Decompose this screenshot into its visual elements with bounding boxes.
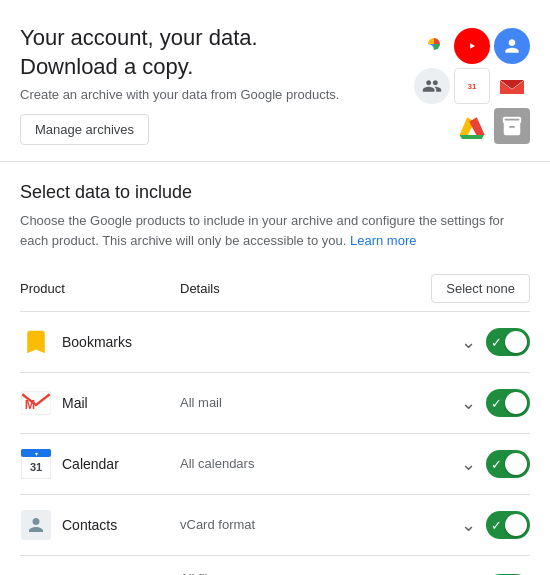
toggle-check-bookmarks: ✓: [491, 335, 502, 350]
svg-text:31: 31: [30, 461, 42, 473]
svg-text:M: M: [25, 398, 35, 412]
header-text: Your account, your data. Download a copy…: [20, 24, 339, 145]
toggle-knob-contacts: [505, 514, 527, 536]
product-row-calendar: 31 ▾ Calendar All calendars ⌄ ✓: [20, 434, 530, 495]
product-name-bookmarks: Bookmarks: [62, 334, 132, 350]
icons-cluster: 31: [410, 24, 530, 144]
section-title: Select data to include: [20, 182, 530, 203]
col-header-product: Product: [20, 281, 180, 296]
row-actions-bookmarks: ⌄ ✓: [459, 328, 530, 356]
col-header-details: Details: [180, 281, 431, 296]
main-section: Select data to include Choose the Google…: [0, 162, 550, 575]
chevron-bookmarks[interactable]: ⌄: [459, 329, 478, 355]
toggle-check-mail: ✓: [491, 396, 502, 411]
product-name-calendar: Calendar: [62, 456, 119, 472]
product-details-drive: All filesPDF and 3 other formats: [180, 570, 459, 575]
google-photos-icon: [418, 28, 450, 60]
product-row-bookmarks: Bookmarks ⌄ ✓: [20, 312, 530, 373]
toggle-bookmarks[interactable]: ✓: [486, 328, 530, 356]
product-cell-calendar: 31 ▾ Calendar: [20, 448, 180, 480]
toggle-knob-mail: [505, 392, 527, 414]
product-name-mail: Mail: [62, 395, 88, 411]
learn-more-link[interactable]: Learn more: [350, 233, 416, 248]
product-row-mail: M Mail All mail ⌄ ✓: [20, 373, 530, 434]
product-details-calendar: All calendars: [180, 455, 459, 473]
product-name-contacts: Contacts: [62, 517, 117, 533]
row-actions-calendar: ⌄ ✓: [459, 450, 530, 478]
archive-cluster-icon: [494, 108, 530, 144]
product-details-contacts: vCard format: [180, 516, 459, 534]
toggle-knob-bookmarks: [505, 331, 527, 353]
contacts-cluster-icon: [414, 68, 450, 104]
svg-text:▾: ▾: [35, 451, 38, 457]
toggle-check-contacts: ✓: [491, 518, 502, 533]
page-title: Your account, your data. Download a copy…: [20, 24, 339, 81]
row-actions-contacts: ⌄ ✓: [459, 511, 530, 539]
toggle-mail[interactable]: ✓: [486, 389, 530, 417]
gmail-cluster-icon: [494, 68, 530, 104]
gmail-icon: M: [20, 387, 52, 419]
header-section: Your account, your data. Download a copy…: [0, 0, 550, 162]
chevron-mail[interactable]: ⌄: [459, 390, 478, 416]
select-none-button[interactable]: Select none: [431, 274, 530, 303]
header-description: Create an archive with your data from Go…: [20, 87, 339, 102]
contacts-icon: [20, 509, 52, 541]
product-cell-contacts: Contacts: [20, 509, 180, 541]
toggle-check-calendar: ✓: [491, 457, 502, 472]
product-details-mail: All mail: [180, 394, 459, 412]
calendar-icon: 31 ▾: [20, 448, 52, 480]
youtube-icon: [454, 28, 490, 64]
product-cell-mail: M Mail: [20, 387, 180, 419]
row-actions-mail: ⌄ ✓: [459, 389, 530, 417]
chevron-calendar[interactable]: ⌄: [459, 451, 478, 477]
product-row-contacts: Contacts vCard format ⌄ ✓: [20, 495, 530, 556]
product-cell-bookmarks: Bookmarks: [20, 326, 180, 358]
manage-archives-button[interactable]: Manage archives: [20, 114, 149, 145]
toggle-contacts[interactable]: ✓: [486, 511, 530, 539]
toggle-calendar[interactable]: ✓: [486, 450, 530, 478]
section-description: Choose the Google products to include in…: [20, 211, 530, 250]
table-header: Product Details Select none: [20, 266, 530, 312]
calendar-cluster-icon: 31: [454, 68, 490, 104]
drive-cluster-icon: [454, 108, 490, 144]
account-icon: [494, 28, 530, 64]
toggle-knob-calendar: [505, 453, 527, 475]
bookmarks-icon: [20, 326, 52, 358]
chevron-contacts[interactable]: ⌄: [459, 512, 478, 538]
product-row-drive: Drive All filesPDF and 3 other formats ⌄…: [20, 556, 530, 575]
